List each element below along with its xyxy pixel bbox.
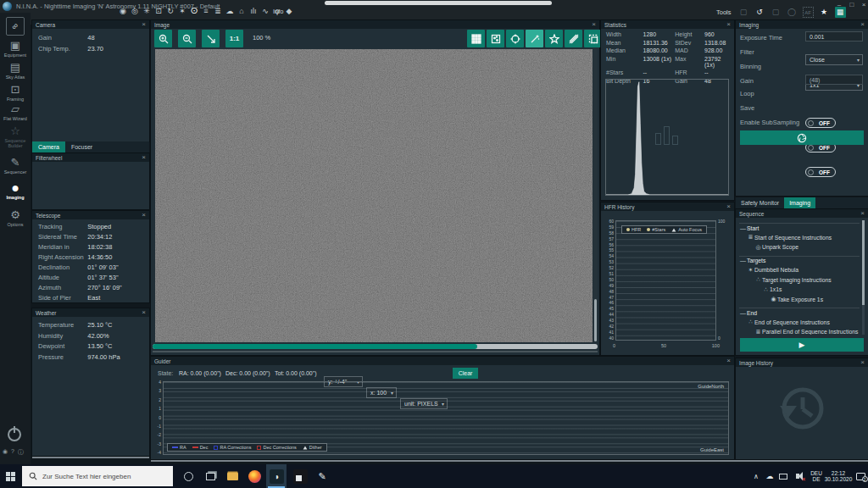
sidebar-item-sequencer[interactable]: ✎Sequencer: [0, 157, 31, 175]
action-center-button[interactable]: 2: [853, 464, 868, 488]
start-exposure-button[interactable]: [740, 130, 864, 145]
sequence-list-icon[interactable]: ≡: [202, 7, 210, 15]
close-icon[interactable]: ×: [726, 358, 731, 364]
platesolve-button[interactable]: [487, 30, 504, 47]
tray-expand-button[interactable]: ∧: [749, 464, 763, 488]
crosshair-button[interactable]: [506, 30, 524, 47]
scrollbar-thumb[interactable]: [594, 299, 597, 341]
image-horizontal-scrollbar[interactable]: [153, 351, 598, 352]
star-annotation-button[interactable]: [545, 30, 563, 47]
autofocus-icon[interactable]: AF: [803, 7, 814, 18]
sequence-item[interactable]: —Targets: [739, 256, 860, 266]
sidebar-item-framing[interactable]: ⊡Framing: [0, 84, 31, 102]
histogram-icon[interactable]: ılı: [249, 7, 258, 15]
subsample-region-button[interactable]: [584, 30, 602, 47]
tab-camera[interactable]: Camera: [32, 141, 65, 153]
aberration-icon[interactable]: ▢: [771, 7, 782, 18]
sequence-item[interactable]: ≣Parallel End of Sequence Instructions: [739, 327, 860, 335]
history-icon[interactable]: ↺: [754, 7, 765, 18]
wave-icon[interactable]: ∿: [261, 7, 270, 15]
one-to-one-button[interactable]: 1:1: [225, 30, 243, 47]
scrollbar-thumb[interactable]: [862, 220, 865, 305]
sidebar-resize-divider[interactable]: [32, 457, 149, 458]
close-icon[interactable]: ×: [142, 21, 146, 28]
annotate-icon[interactable]: ▢: [738, 7, 749, 18]
close-icon[interactable]: ×: [860, 210, 865, 217]
close-button[interactable]: ×: [859, 1, 868, 9]
exposure-time-input[interactable]: 0.001: [805, 31, 863, 42]
sequence-scrollbar[interactable]: [862, 220, 865, 335]
close-icon[interactable]: ×: [726, 203, 731, 210]
cortana-button[interactable]: [178, 464, 198, 488]
start-button[interactable]: [0, 464, 20, 488]
guider-clear-button[interactable]: Clear: [453, 368, 478, 379]
tab-safety-monitor[interactable]: Safety Monitor: [736, 197, 784, 208]
zoom-out-button[interactable]: [178, 30, 196, 47]
sequence-item[interactable]: —End: [739, 308, 860, 318]
switch-icon[interactable]: ≣: [214, 7, 222, 15]
sequence-item[interactable]: ≣Start of Sequence Instructions: [739, 233, 860, 243]
maximize-button[interactable]: □: [847, 1, 857, 9]
help-icon[interactable]: ?: [11, 448, 14, 457]
tab-imaging[interactable]: Imaging: [784, 197, 815, 208]
rotator-icon[interactable]: ↻: [166, 7, 175, 15]
close-icon[interactable]: ×: [142, 154, 146, 161]
close-icon[interactable]: ×: [592, 21, 596, 28]
volume-tray-button[interactable]: ×: [790, 464, 805, 488]
bahtinov-button[interactable]: [565, 30, 582, 47]
filter-dropdown[interactable]: Close▾: [805, 54, 863, 65]
image-canvas[interactable]: [155, 49, 593, 342]
sidebar-item-equipment[interactable]: ▣Equipment: [0, 40, 31, 58]
close-icon[interactable]: ×: [142, 212, 146, 219]
file-explorer-button[interactable]: [222, 464, 242, 488]
onedrive-tray-button[interactable]: ☁: [763, 464, 776, 488]
sidebar-item-sky-atlas[interactable]: ▤Sky Atlas: [0, 62, 31, 80]
info-link[interactable]: Info: [273, 8, 284, 15]
sequence-item[interactable]: ∴1x1s: [739, 285, 860, 295]
pin-icon[interactable]: ★: [819, 7, 830, 18]
display-tray-button[interactable]: [776, 464, 790, 488]
image-vertical-scrollbar[interactable]: [593, 49, 598, 342]
close-icon[interactable]: ×: [142, 309, 146, 316]
dome-icon[interactable]: ⌂: [237, 7, 246, 15]
firefox-button[interactable]: [244, 464, 264, 488]
filterwheel-icon[interactable]: ✳: [142, 7, 151, 15]
sequence-item[interactable]: ◎Unpark Scope: [739, 242, 860, 252]
nina-taskbar-button[interactable]: ◑: [266, 464, 287, 488]
sequence-item[interactable]: —Start: [739, 223, 860, 233]
editor-button[interactable]: ✎: [312, 464, 332, 488]
loop-toggle[interactable]: OFF: [805, 118, 836, 128]
sequence-item[interactable]: ◉Take Exposure 1s: [739, 295, 860, 305]
close-icon[interactable]: ×: [860, 359, 865, 366]
shield-icon[interactable]: ◆: [285, 7, 293, 15]
sidebar-item-sequence-builder[interactable]: ☆Sequence Builder: [0, 125, 31, 148]
weather-icon[interactable]: ☁: [225, 7, 234, 15]
telescope-icon[interactable]: ✶: [178, 7, 186, 15]
gain-input[interactable]: (48): [805, 75, 863, 85]
tab-focuser[interactable]: Focuser: [65, 141, 98, 153]
shutter-icon[interactable]: ◎: [131, 7, 139, 15]
close-icon[interactable]: ×: [726, 21, 731, 28]
eccentricity-icon[interactable]: ◯: [787, 7, 798, 18]
subsample-toggle[interactable]: OFF: [805, 167, 836, 177]
sidebar-item-options[interactable]: ⚙Options: [0, 209, 31, 227]
sequence-item[interactable]: ∴Target Imaging Instructions: [739, 275, 860, 286]
focuser-icon[interactable]: ⊡: [154, 7, 163, 15]
start-sequence-button[interactable]: ▶: [740, 338, 864, 352]
star-detection-button[interactable]: [526, 30, 543, 47]
app-button[interactable]: [290, 464, 310, 488]
about-icon[interactable]: ⓘ: [18, 448, 24, 457]
power-button[interactable]: [8, 428, 21, 441]
zoom-in-button[interactable]: [154, 30, 172, 47]
exposure-calculator-icon[interactable]: ▦: [835, 7, 846, 18]
sequence-item[interactable]: ∴End of Sequence Instructions: [739, 318, 860, 328]
connect-button[interactable]: ∞: [6, 17, 25, 36]
language-indicator[interactable]: DEU DE: [807, 464, 826, 488]
sidebar-item-flat-wizard[interactable]: ▱Flat Wizard: [0, 103, 31, 121]
fit-image-button[interactable]: [202, 30, 220, 47]
camera-icon[interactable]: ◉: [119, 7, 127, 15]
task-view-button[interactable]: [200, 464, 220, 488]
sidebar-item-imaging[interactable]: ●Imaging: [0, 182, 31, 200]
search-input[interactable]: [42, 473, 170, 480]
close-icon[interactable]: ×: [860, 21, 865, 28]
